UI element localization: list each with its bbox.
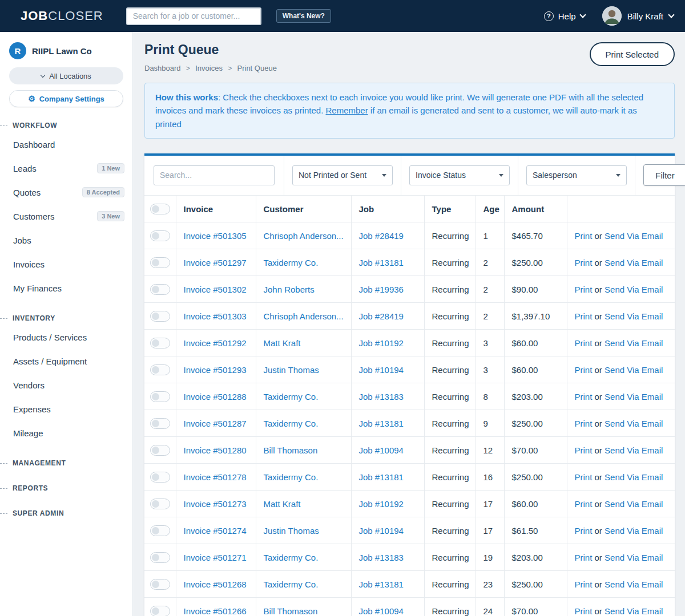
info-remember-link[interactable]: Remember	[325, 106, 368, 115]
invoice-link[interactable]: Invoice #501278	[184, 472, 247, 482]
sidebar-item-products-services[interactable]: Products / Services	[0, 325, 132, 349]
job-link[interactable]: Job #10094	[359, 445, 404, 455]
print-link[interactable]: Print	[575, 606, 593, 616]
job-link[interactable]: Job #10194	[359, 526, 404, 536]
print-link[interactable]: Print	[575, 419, 593, 428]
row-toggle[interactable]	[150, 525, 170, 536]
help-menu[interactable]: Help	[544, 11, 585, 21]
invoice-link[interactable]: Invoice #501305	[184, 231, 247, 241]
job-link[interactable]: Job #10194	[359, 365, 404, 375]
print-link[interactable]: Print	[575, 392, 593, 402]
row-toggle[interactable]	[150, 472, 170, 483]
print-link[interactable]: Print	[575, 231, 593, 241]
job-link[interactable]: Job #10094	[359, 606, 404, 616]
row-toggle[interactable]	[150, 364, 170, 375]
invoice-link[interactable]: Invoice #501280	[184, 445, 247, 455]
sidebar-item-dashboard[interactable]: Dashboard	[0, 132, 132, 156]
sidebar-item-quotes[interactable]: Quotes8 Accepted	[0, 180, 132, 204]
customer-link[interactable]: Taxidermy Co.	[264, 419, 319, 428]
invoice-link[interactable]: Invoice #501266	[184, 606, 247, 616]
row-toggle[interactable]	[150, 284, 170, 295]
row-toggle[interactable]	[150, 445, 170, 456]
select-all-toggle[interactable]	[150, 204, 170, 214]
user-menu[interactable]: Billy Kraft	[602, 6, 674, 26]
sidebar-item-expenses[interactable]: Expenses	[0, 397, 132, 421]
customer-link[interactable]: Matt Kraft	[264, 338, 301, 348]
customer-link[interactable]: Taxidermy Co.	[264, 579, 319, 589]
job-link[interactable]: Job #10192	[359, 499, 404, 509]
sidebar-item-jobs[interactable]: Jobs	[0, 228, 132, 252]
customer-link[interactable]: Taxidermy Co.	[264, 553, 319, 562]
breadcrumb-dashboard[interactable]: Dashboard	[144, 64, 181, 72]
print-link[interactable]: Print	[575, 445, 593, 455]
invoice-link[interactable]: Invoice #501292	[184, 338, 247, 348]
send-email-link[interactable]: Send Via Email	[605, 445, 663, 455]
sidebar-item-my-finances[interactable]: My Finances	[0, 276, 132, 300]
table-search-input[interactable]	[154, 165, 275, 185]
send-email-link[interactable]: Send Via Email	[605, 419, 663, 428]
invoice-link[interactable]: Invoice #501303	[184, 311, 247, 321]
job-link[interactable]: Job #13181	[359, 579, 404, 589]
row-toggle[interactable]	[150, 579, 170, 590]
send-email-link[interactable]: Send Via Email	[605, 472, 663, 482]
row-toggle[interactable]	[150, 606, 170, 616]
print-selected-button[interactable]: Print Selected	[590, 42, 675, 66]
job-link[interactable]: Job #28419	[359, 231, 404, 241]
send-email-link[interactable]: Send Via Email	[605, 526, 663, 536]
sidebar-item-assets-equipment[interactable]: Assets / Equipment	[0, 349, 132, 373]
print-link[interactable]: Print	[575, 311, 593, 321]
sidebar-item-mileage[interactable]: Mileage	[0, 421, 132, 445]
send-email-link[interactable]: Send Via Email	[605, 258, 663, 268]
print-link[interactable]: Print	[575, 258, 593, 268]
customer-link[interactable]: John Roberts	[264, 285, 315, 294]
customer-link[interactable]: Taxidermy Co.	[264, 472, 319, 482]
customer-link[interactable]: Chrisoph Anderson...	[264, 231, 344, 241]
customer-link[interactable]: Justin Thomas	[264, 365, 319, 375]
job-link[interactable]: Job #28419	[359, 311, 404, 321]
send-email-link[interactable]: Send Via Email	[605, 338, 663, 348]
salesperson-select[interactable]: Salesperson	[526, 165, 627, 185]
filter-button[interactable]: Filter	[643, 164, 685, 186]
invoice-link[interactable]: Invoice #501273	[184, 499, 247, 509]
all-locations-dropdown[interactable]: All Locations	[9, 67, 123, 84]
row-toggle[interactable]	[150, 391, 170, 402]
invoice-link[interactable]: Invoice #501287	[184, 419, 247, 428]
customer-link[interactable]: Matt Kraft	[264, 499, 301, 509]
invoice-link[interactable]: Invoice #501271	[184, 553, 247, 562]
company-settings-button[interactable]: Company Settings	[9, 90, 123, 107]
job-link[interactable]: Job #13183	[359, 392, 404, 402]
send-email-link[interactable]: Send Via Email	[605, 285, 663, 294]
job-link[interactable]: Job #13183	[359, 553, 404, 562]
row-toggle[interactable]	[150, 338, 170, 348]
whats-new-button[interactable]: What's New?	[276, 9, 331, 23]
send-email-link[interactable]: Send Via Email	[605, 392, 663, 402]
send-email-link[interactable]: Send Via Email	[605, 553, 663, 562]
send-email-link[interactable]: Send Via Email	[605, 579, 663, 589]
send-email-link[interactable]: Send Via Email	[605, 365, 663, 375]
global-search-input[interactable]	[126, 7, 261, 25]
job-link[interactable]: Job #13181	[359, 419, 404, 428]
row-toggle[interactable]	[150, 230, 170, 241]
print-link[interactable]: Print	[575, 472, 593, 482]
print-link[interactable]: Print	[575, 553, 593, 562]
print-link[interactable]: Print	[575, 579, 593, 589]
print-link[interactable]: Print	[575, 526, 593, 536]
customer-link[interactable]: Justin Thomas	[264, 526, 319, 536]
send-email-link[interactable]: Send Via Email	[605, 311, 663, 321]
sidebar-item-leads[interactable]: Leads1 New	[0, 156, 132, 180]
print-link[interactable]: Print	[575, 285, 593, 294]
customer-link[interactable]: Bill Thomason	[264, 445, 318, 455]
invoice-link[interactable]: Invoice #501274	[184, 526, 247, 536]
print-link[interactable]: Print	[575, 499, 593, 509]
sidebar-item-invoices[interactable]: Invoices	[0, 252, 132, 276]
printed-status-select[interactable]: Not Printed or Sent	[292, 165, 393, 185]
invoice-link[interactable]: Invoice #501297	[184, 258, 247, 268]
row-toggle[interactable]	[150, 311, 170, 322]
row-toggle[interactable]	[150, 552, 170, 563]
print-link[interactable]: Print	[575, 365, 593, 375]
invoice-link[interactable]: Invoice #501293	[184, 365, 247, 375]
sidebar-item-customers[interactable]: Customers3 New	[0, 204, 132, 228]
customer-link[interactable]: Taxidermy Co.	[264, 392, 319, 402]
row-toggle[interactable]	[150, 499, 170, 509]
sidebar-item-vendors[interactable]: Vendors	[0, 373, 132, 397]
